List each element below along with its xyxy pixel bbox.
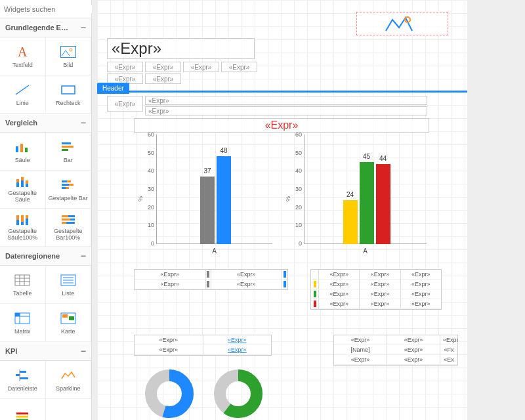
bar: 37 (200, 177, 215, 244)
list-icon (59, 272, 77, 288)
expr-cell[interactable]: «Expr» (145, 62, 181, 72)
svg-text:A: A (18, 45, 28, 58)
svg-rect-10 (62, 142, 71, 144)
widget-more[interactable] (0, 399, 46, 420)
design-canvas-wrap: «Expr» «Expr» «Expr» «Expr» «Expr» «Expr… (92, 0, 525, 420)
section-basic-header[interactable]: Grundlegende E… − (0, 18, 91, 37)
svg-rect-18 (26, 180, 28, 184)
legend-table-1[interactable]: «Expr»«Expr» «Expr»«Expr» (134, 269, 288, 290)
data-table[interactable]: «Expr»«Expr»«Expr» [Name]«Expr»«Fx «Expr… (333, 335, 458, 366)
svg-rect-11 (62, 146, 74, 148)
widget-stacked-column[interactable]: Gestapelte Säule (0, 171, 46, 209)
link-table[interactable]: «Expr»«Expr» «Expr»«Expr» (134, 335, 272, 356)
widget-bar[interactable]: Bar (46, 133, 92, 171)
svg-rect-24 (66, 187, 69, 189)
expr-cell[interactable]: «Expr» (183, 62, 219, 72)
widget-matrix[interactable]: Matrix (0, 304, 46, 342)
collapse-icon[interactable]: − (81, 22, 86, 33)
expr-cell[interactable]: «Expr» (145, 74, 181, 84)
widget-stacked-bar-100[interactable]: Gestapelte Bar100% (46, 209, 92, 247)
widget-stacked-bar[interactable]: Gestapelte Bar (46, 171, 92, 209)
svg-rect-55 (20, 377, 28, 379)
widget-search[interactable] (0, 0, 91, 18)
svg-line-5 (16, 85, 29, 94)
image-icon (59, 44, 77, 60)
donut-chart-1[interactable] (143, 368, 196, 420)
svg-rect-3 (60, 46, 75, 57)
stacked-column-icon (13, 176, 32, 188)
expr-cell[interactable]: «Expr» (107, 62, 143, 72)
table-icon (13, 272, 32, 288)
header-separator (97, 91, 467, 93)
widget-column[interactable]: Säule (0, 133, 46, 171)
databar-icon (13, 368, 32, 383)
section-kpi-header[interactable]: KPI − (0, 342, 91, 361)
text-icon: A (13, 44, 32, 60)
search-input[interactable] (4, 5, 94, 13)
logo-placeholder[interactable] (356, 12, 448, 35)
svg-rect-32 (62, 215, 68, 217)
svg-rect-36 (62, 222, 66, 224)
svg-rect-22 (69, 184, 74, 186)
matrix-icon (13, 310, 32, 326)
widget-stacked-column-100[interactable]: Gestapelte Säule100% (0, 209, 46, 247)
legend-table-2[interactable]: «Expr»«Expr»«Expr» «Expr»«Expr»«Expr» «E… (310, 269, 442, 310)
design-canvas[interactable]: «Expr» «Expr» «Expr» «Expr» «Expr» «Expr… (97, 0, 467, 420)
svg-rect-30 (26, 215, 28, 219)
expr-cell[interactable]: «Expr» (145, 106, 427, 116)
widget-sidebar: Grundlegende E… − ATextfeld Bild Linie R… (0, 0, 92, 420)
svg-rect-47 (15, 313, 20, 316)
widget-rect[interactable]: Rechteck (46, 75, 92, 114)
bar-chart-icon (59, 139, 77, 155)
section-title: KPI (5, 347, 17, 355)
expr-cell[interactable]: «Expr» (107, 96, 143, 112)
stacked-bar-icon (59, 177, 77, 193)
svg-rect-9 (25, 148, 28, 152)
svg-rect-6 (62, 86, 75, 94)
section-compare-header[interactable]: Vergleich − (0, 114, 91, 133)
section-dataregions-header[interactable]: Datenregionene − (0, 247, 91, 266)
svg-point-4 (70, 49, 72, 51)
expr-cell[interactable]: «Expr» (221, 62, 257, 72)
svg-rect-15 (21, 180, 24, 187)
svg-rect-53 (20, 371, 26, 373)
column-chart-icon (13, 139, 32, 155)
svg-rect-54 (16, 374, 20, 376)
svg-rect-52 (69, 316, 74, 320)
svg-rect-12 (62, 149, 68, 151)
widget-sparkline[interactable]: Sparkline (46, 361, 92, 399)
svg-rect-19 (62, 180, 67, 182)
sparkline-icon (59, 368, 77, 383)
section-title: Grundlegende E… (5, 24, 68, 32)
indicator-icon (13, 409, 32, 421)
widget-list[interactable]: Liste (46, 266, 92, 304)
widget-image[interactable]: Bild (46, 37, 92, 75)
collapse-icon[interactable]: − (81, 117, 86, 128)
bar-chart-2[interactable]: % 0 10 20 30 40 50 60 24 45 44 A (284, 135, 432, 256)
svg-rect-51 (62, 314, 68, 318)
svg-rect-21 (62, 184, 69, 186)
chart-title-expr[interactable]: «Expr» (134, 118, 429, 133)
widget-line[interactable]: Linie (0, 75, 46, 114)
widget-databar[interactable]: Datenleiste (0, 361, 46, 399)
title-expr[interactable]: «Expr» (107, 38, 255, 59)
svg-rect-37 (15, 275, 30, 285)
svg-rect-34 (62, 219, 70, 220)
bar: 24 (343, 200, 358, 244)
bar: 48 (217, 156, 231, 244)
expr-cell[interactable]: «Expr» (145, 96, 427, 105)
bar-chart-1[interactable]: % 0 10 20 30 40 50 60 37 48 A (136, 135, 278, 256)
donut-chart-2[interactable] (212, 368, 264, 420)
line-icon (13, 82, 32, 98)
svg-rect-17 (26, 184, 28, 187)
collapse-icon[interactable]: − (81, 346, 86, 356)
collapse-icon[interactable]: − (81, 251, 86, 261)
stacked-bar-100-icon (59, 214, 77, 226)
svg-rect-26 (16, 215, 19, 220)
widget-map[interactable]: Karte (46, 304, 92, 342)
stacked-column-100-icon (13, 214, 32, 226)
section-title: Vergleich (5, 119, 37, 127)
widget-table[interactable]: Tabelle (0, 266, 46, 304)
widget-textfield[interactable]: ATextfeld (0, 37, 46, 75)
rect-icon (59, 82, 77, 98)
